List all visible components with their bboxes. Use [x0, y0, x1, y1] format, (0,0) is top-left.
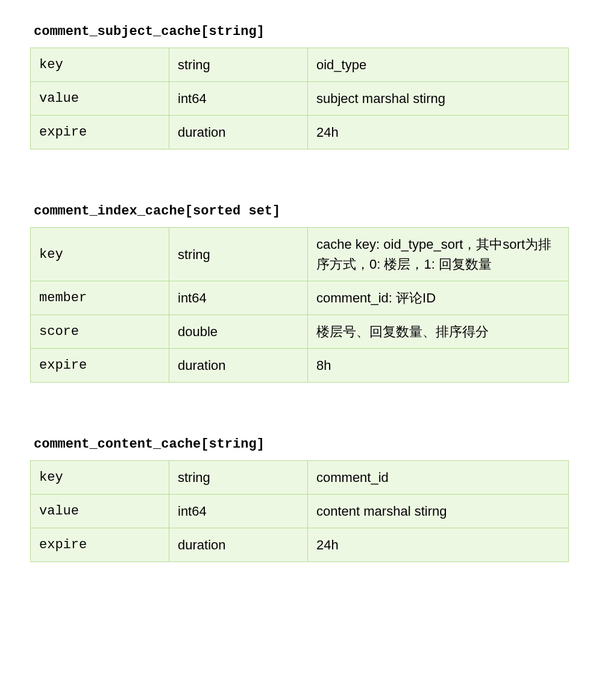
cache-table: keystringcomment_idvalueint64content mar… [30, 460, 569, 562]
section-title: comment_index_cache[sorted set] [30, 204, 569, 219]
field-name-cell: member [31, 281, 169, 315]
field-desc-cell: 24h [308, 116, 569, 149]
field-desc-cell: 8h [308, 349, 569, 383]
field-type-cell: int64 [169, 495, 308, 528]
field-name-cell: expire [31, 349, 169, 383]
field-desc-cell: comment_id: 评论ID [308, 281, 569, 315]
field-type-cell: string [169, 461, 308, 495]
field-desc-cell: 楼层号、回复数量、排序得分 [308, 315, 569, 349]
field-name-cell: expire [31, 528, 169, 562]
section-title: comment_subject_cache[string] [30, 24, 569, 39]
field-type-cell: duration [169, 528, 308, 562]
cache-table: keystringcache key: oid_type_sort，其中sort… [30, 227, 569, 383]
table-row: keystringoid_type [31, 48, 569, 82]
field-desc-cell: 24h [308, 528, 569, 562]
field-name-cell: value [31, 495, 169, 528]
cache-table: keystringoid_typevalueint64subject marsh… [30, 48, 569, 149]
field-name-cell: key [31, 228, 169, 281]
field-name-cell: value [31, 82, 169, 116]
cache-section: comment_subject_cache[string]keystringoi… [30, 24, 569, 149]
table-row: valueint64subject marshal stirng [31, 82, 569, 116]
field-desc-cell: oid_type [308, 48, 569, 82]
field-desc-cell: comment_id [308, 461, 569, 495]
field-type-cell: duration [169, 349, 308, 383]
table-row: scoredouble楼层号、回复数量、排序得分 [31, 315, 569, 349]
table-row: expireduration24h [31, 116, 569, 149]
table-row: valueint64content marshal stirng [31, 495, 569, 528]
field-type-cell: duration [169, 116, 308, 149]
field-type-cell: double [169, 315, 308, 349]
field-type-cell: int64 [169, 82, 308, 116]
section-title: comment_content_cache[string] [30, 437, 569, 452]
field-type-cell: string [169, 228, 308, 281]
field-name-cell: expire [31, 116, 169, 149]
cache-section: comment_index_cache[sorted set]keystring… [30, 204, 569, 383]
table-row: keystringcache key: oid_type_sort，其中sort… [31, 228, 569, 281]
table-row: expireduration8h [31, 349, 569, 383]
cache-section: comment_content_cache[string]keystringco… [30, 437, 569, 562]
field-name-cell: key [31, 48, 169, 82]
field-name-cell: score [31, 315, 169, 349]
field-type-cell: string [169, 48, 308, 82]
field-type-cell: int64 [169, 281, 308, 315]
table-row: memberint64comment_id: 评论ID [31, 281, 569, 315]
document-root: comment_subject_cache[string]keystringoi… [30, 24, 569, 562]
table-row: expireduration24h [31, 528, 569, 562]
field-desc-cell: subject marshal stirng [308, 82, 569, 116]
field-name-cell: key [31, 461, 169, 495]
table-row: keystringcomment_id [31, 461, 569, 495]
field-desc-cell: cache key: oid_type_sort，其中sort为排序方式，0: … [308, 228, 569, 281]
field-desc-cell: content marshal stirng [308, 495, 569, 528]
